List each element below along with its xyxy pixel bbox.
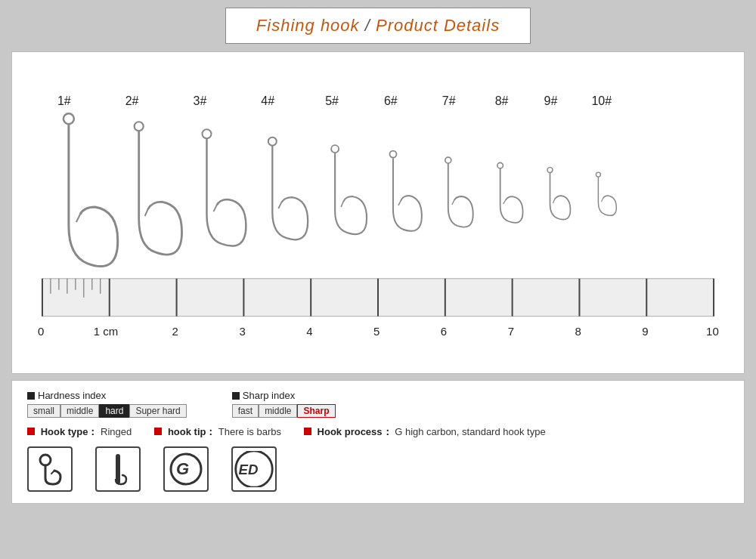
- hardness-label: Hardness index: [27, 390, 187, 401]
- svg-text:10: 10: [706, 325, 719, 338]
- sharpness-badges: fast middle Sharp: [232, 404, 336, 418]
- details-panel: Hardness index small middle hard Super h…: [11, 380, 745, 504]
- hardness-group: Hardness index small middle hard Super h…: [27, 390, 187, 418]
- svg-text:9: 9: [642, 325, 648, 338]
- svg-text:0: 0: [38, 325, 44, 338]
- red-square-2: [154, 428, 162, 435]
- ed-icon-box: ED: [231, 446, 277, 492]
- red-square-1: [27, 428, 35, 435]
- svg-text:5#: 5#: [325, 94, 339, 107]
- badge-small: small: [27, 404, 60, 418]
- sharpness-group: Sharp index fast middle Sharp: [232, 390, 336, 418]
- svg-text:9#: 9#: [544, 94, 558, 107]
- svg-point-51: [40, 455, 51, 465]
- page-title: Fishing hook / Product Details: [256, 16, 500, 35]
- svg-text:2#: 2#: [125, 94, 139, 107]
- badge-fast: fast: [232, 404, 259, 418]
- svg-text:ED: ED: [238, 462, 258, 477]
- hook-tip-item: hook tip： There is barbs: [154, 425, 281, 439]
- svg-text:6#: 6#: [384, 94, 398, 107]
- svg-text:3: 3: [239, 325, 245, 338]
- straight-hook-icon-box: [95, 446, 141, 492]
- main-image-panel: 1# 2# 3# 4# 5# 6# 7# 8# 9# 10#: [11, 51, 745, 374]
- svg-text:10#: 10#: [591, 94, 612, 107]
- badge-sharp: Sharp: [297, 404, 335, 418]
- svg-text:5: 5: [373, 325, 380, 338]
- badge-super-hard: Super hard: [129, 404, 186, 418]
- index-row: Hardness index small middle hard Super h…: [27, 390, 729, 418]
- svg-text:7#: 7#: [442, 94, 456, 107]
- g-icon-box: G: [163, 446, 209, 492]
- icon-row: G ED: [27, 446, 729, 492]
- badge-hard: hard: [99, 404, 129, 418]
- ring-icon-box: [27, 446, 73, 492]
- red-square-3: [304, 428, 311, 435]
- svg-text:1 cm: 1 cm: [94, 325, 118, 338]
- svg-text:7: 7: [508, 325, 514, 338]
- svg-text:6: 6: [441, 325, 447, 338]
- svg-text:4: 4: [306, 325, 312, 338]
- hardness-badges: small middle hard Super hard: [27, 404, 187, 418]
- svg-text:8: 8: [575, 325, 581, 338]
- badge-middle: middle: [60, 404, 99, 418]
- svg-text:3#: 3#: [194, 94, 207, 107]
- svg-text:2: 2: [172, 325, 178, 338]
- title-box: Fishing hook / Product Details: [225, 8, 531, 44]
- badge-middle-s: middle: [259, 404, 297, 418]
- svg-text:1#: 1#: [57, 94, 71, 107]
- sharpness-label: Sharp index: [232, 390, 336, 401]
- hook-process-item: Hook process： G high carbon, standard ho…: [304, 425, 546, 439]
- sharpness-icon: [232, 392, 240, 400]
- hook-type-item: Hook type： Ringed: [27, 425, 132, 439]
- hooks-diagram: 1# 2# 3# 4# 5# 6# 7# 8# 9# 10#: [27, 60, 729, 362]
- svg-text:8#: 8#: [495, 94, 509, 107]
- properties-row: Hook type： Ringed hook tip： There is bar…: [27, 425, 729, 439]
- hardness-icon: [27, 392, 35, 400]
- svg-text:4#: 4#: [261, 94, 274, 107]
- svg-text:G: G: [176, 459, 189, 478]
